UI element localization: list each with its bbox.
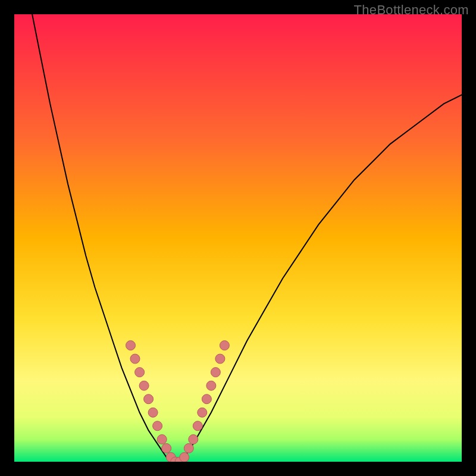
plot-area: [14, 14, 462, 462]
highlight-dot: [215, 354, 225, 364]
highlight-dot: [153, 421, 162, 431]
highlight-dot: [135, 368, 145, 377]
highlight-dot: [198, 408, 207, 417]
highlight-dot: [184, 443, 193, 453]
highlight-dot: [202, 394, 211, 404]
highlight-dot: [193, 421, 202, 431]
highlight-dot: [130, 354, 140, 364]
highlight-dot: [144, 394, 154, 404]
highlight-dot: [206, 381, 216, 390]
highlight-dot: [211, 368, 220, 377]
watermark-text: TheBottleneck.com: [354, 2, 469, 18]
highlight-dot: [189, 434, 198, 444]
highlight-dot: [180, 453, 189, 462]
chart-svg: [14, 14, 462, 462]
highlight-dot: [139, 381, 149, 390]
highlight-dot: [220, 341, 229, 350]
highlight-dot: [162, 443, 171, 453]
chart-frame: TheBottleneck.com: [0, 0, 476, 476]
highlight-dot: [157, 434, 167, 444]
highlight-dot: [148, 408, 158, 417]
highlight-dot: [126, 341, 136, 350]
